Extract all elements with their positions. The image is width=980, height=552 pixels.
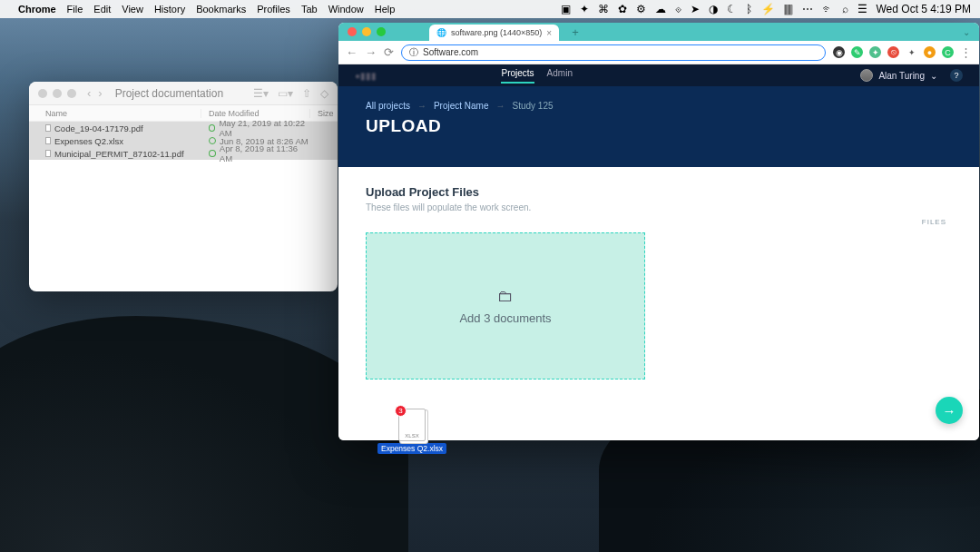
next-fab-button[interactable]: → — [936, 397, 963, 424]
breadcrumb: All projects → Project Name → Study 125 — [366, 101, 952, 111]
extension-icon[interactable]: ● — [924, 46, 936, 58]
forward-icon[interactable]: › — [98, 86, 102, 100]
breadcrumb-project[interactable]: Project Name — [434, 101, 489, 111]
menu-edit[interactable]: Edit — [93, 4, 111, 15]
file-type-label: XLSX — [405, 433, 418, 439]
file-dropzone[interactable]: 🗀 Add 3 documents — [366, 232, 645, 380]
tab-title: software.png (1440×850) — [451, 28, 542, 37]
breadcrumb-all-projects[interactable]: All projects — [366, 101, 410, 111]
status-icon[interactable]: ▣ — [561, 3, 571, 15]
sync-icon — [209, 150, 216, 157]
page-hero: All projects → Project Name → Study 125 … — [338, 86, 979, 167]
menubar-clock[interactable]: Wed Oct 5 4:19 PM — [877, 3, 972, 15]
status-icon[interactable]: ⌘ — [598, 3, 609, 15]
extension-icon[interactable]: ✎ — [851, 46, 863, 58]
browser-tab[interactable]: 🌐 software.png (1440×850) × — [429, 25, 559, 41]
wifi-icon[interactable]: ⋯ — [802, 3, 813, 15]
back-icon[interactable]: ← — [346, 45, 358, 59]
dropzone-text: Add 3 documents — [459, 311, 551, 325]
menu-file[interactable]: File — [67, 4, 83, 15]
menu-bookmarks[interactable]: Bookmarks — [196, 4, 246, 15]
menu-history[interactable]: History — [154, 4, 185, 15]
file-row[interactable]: Code_19-04-17179.pdf May 21, 2019 at 10:… — [29, 122, 338, 134]
search-icon[interactable]: ⌕ — [842, 3, 848, 15]
file-date: Apr 8, 2019 at 11:36 AM — [220, 143, 310, 163]
help-icon[interactable]: ? — [950, 69, 963, 82]
back-icon[interactable]: ‹ — [87, 86, 91, 100]
forward-icon[interactable]: → — [365, 45, 377, 59]
user-name: Alan Turing — [878, 71, 925, 81]
extension-icon[interactable]: ⦸ — [887, 46, 899, 58]
close-icon[interactable] — [348, 27, 357, 36]
page-body: Upload Project Files These files will po… — [338, 167, 979, 440]
menu-tab[interactable]: Tab — [301, 4, 318, 15]
document-icon — [45, 150, 51, 157]
window-controls[interactable] — [38, 89, 76, 98]
file-row[interactable]: Municipal_PERMIT_87102-11.pdf Apr 8, 201… — [29, 147, 338, 160]
user-menu[interactable]: Alan Turing ⌄ ? — [860, 69, 963, 82]
globe-icon: 🌐 — [436, 28, 446, 37]
tab-close-icon[interactable]: × — [546, 28, 552, 38]
browser-window: 🌐 software.png (1440×850) × + ⌄ ← → ⟳ ⓘ … — [338, 23, 979, 440]
group-icon[interactable]: ▭▾ — [278, 87, 293, 100]
share-icon[interactable]: ⇧ — [302, 87, 311, 100]
wifi-icon[interactable]: ᯤ — [822, 3, 833, 15]
close-icon[interactable] — [38, 89, 47, 98]
document-icon — [45, 124, 51, 132]
tag-icon[interactable]: ◇ — [320, 87, 328, 100]
view-list-icon[interactable]: ☰▾ — [253, 87, 269, 100]
battery-icon[interactable]: 🀫 — [784, 3, 793, 15]
column-date[interactable]: Date Modified — [201, 109, 310, 118]
status-icon[interactable]: ➤ — [691, 3, 700, 15]
battery-icon[interactable]: ⚡ — [761, 3, 775, 15]
chevron-right-icon: → — [495, 101, 505, 111]
status-icon[interactable]: ☁ — [655, 3, 666, 15]
menu-window[interactable]: Window — [328, 4, 364, 15]
moon-icon[interactable]: ☾ — [727, 3, 737, 15]
column-name[interactable]: Name — [29, 109, 201, 118]
files-label: FILES — [922, 218, 946, 226]
file-name: Expenses Q2.xlsx — [54, 136, 123, 146]
tabs-chevron-icon[interactable]: ⌄ — [963, 27, 970, 37]
column-size[interactable]: Size — [310, 109, 334, 118]
menu-view[interactable]: View — [122, 4, 143, 15]
profile-icon[interactable]: C — [942, 46, 954, 58]
minimize-icon[interactable] — [362, 27, 371, 36]
chevron-right-icon: → — [417, 101, 426, 111]
nav-projects[interactable]: Projects — [501, 68, 534, 84]
status-icon[interactable]: ⚙ — [636, 3, 646, 15]
reload-icon[interactable]: ⟳ — [384, 45, 394, 59]
extensions-puzzle-icon[interactable]: ✦ — [906, 46, 917, 58]
menu-help[interactable]: Help — [375, 4, 396, 15]
status-icon[interactable]: ⟐ — [675, 3, 681, 15]
file-name: Municipal_PERMIT_87102-11.pdf — [54, 149, 184, 159]
nav-admin[interactable]: Admin — [547, 68, 573, 84]
window-controls[interactable] — [348, 27, 386, 36]
drag-ghost: XLSX 3 Expenses Q2.xlsx — [377, 409, 446, 454]
site-info-icon[interactable]: ⓘ — [409, 46, 418, 59]
section-heading: Upload Project Files — [366, 185, 952, 199]
menu-profiles[interactable]: Profiles — [257, 4, 290, 15]
browser-menu-icon[interactable]: ⋮ — [960, 46, 972, 58]
control-center-icon[interactable]: ☰ — [858, 3, 867, 15]
url-input[interactable]: ⓘ Software.com — [401, 44, 826, 61]
arrow-right-icon: → — [943, 403, 956, 419]
status-icon[interactable]: ✿ — [618, 3, 627, 15]
section-subtext: These files will populate the work scree… — [366, 202, 952, 212]
minimize-icon[interactable] — [53, 89, 62, 98]
menubar-app-name[interactable]: Chrome — [18, 4, 56, 15]
finder-title: Project documentation — [115, 87, 246, 100]
tab-strip: 🌐 software.png (1440×850) × + ⌄ — [338, 23, 979, 41]
maximize-icon[interactable] — [67, 89, 76, 98]
maximize-icon[interactable] — [377, 27, 386, 36]
app-logo: ●▮▮▮ — [355, 71, 377, 81]
finder-window: ‹ › Project documentation ☰▾ ▭▾ ⇧ ◇ Name… — [29, 82, 338, 291]
document-icon — [45, 137, 51, 144]
bluetooth-icon[interactable]: ᛒ — [746, 3, 752, 15]
extension-icon[interactable]: ◉ — [833, 46, 845, 58]
new-tab-icon[interactable]: + — [572, 25, 579, 39]
status-icon[interactable]: ✦ — [580, 3, 589, 15]
extension-icon[interactable]: ✦ — [869, 46, 881, 58]
macos-menubar: Chrome File Edit View History Bookmarks … — [0, 0, 980, 18]
status-icon[interactable]: ◑ — [709, 3, 718, 15]
